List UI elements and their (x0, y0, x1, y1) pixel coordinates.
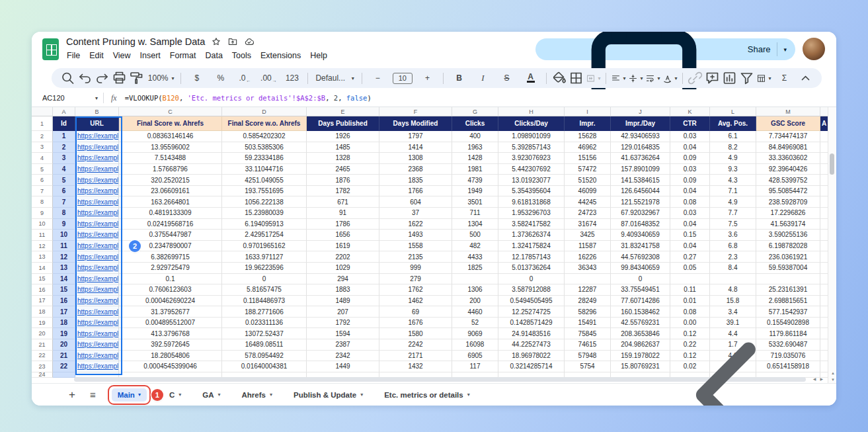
menu-view[interactable]: View (108, 50, 136, 62)
cell-value[interactable]: 1782 (307, 186, 379, 197)
cell-value[interactable]: 1493 (379, 230, 452, 241)
cell-url-link[interactable]: https://example. (75, 306, 119, 318)
formula-input[interactable]: =VLOOKUP(B120, 'Etc. metrics or details'… (125, 94, 372, 102)
cell-value[interactable]: 671 (307, 196, 379, 208)
cell-value[interactable] (670, 274, 710, 285)
cell-value[interactable]: 51520 (565, 175, 611, 186)
cell-value[interactable]: 13072.52437 (222, 328, 307, 339)
cell-value[interactable]: 28249 (565, 296, 611, 307)
row-header-16[interactable]: 16 (32, 284, 53, 296)
font-family-selector[interactable]: Defaul...▾ (312, 70, 357, 86)
cell-value[interactable]: 0.11 (670, 284, 710, 296)
cell-value[interactable]: 413.3796768 (119, 328, 222, 339)
row-header-22[interactable]: 22 (32, 351, 53, 362)
cell-value[interactable]: 44.22527473 (498, 339, 565, 351)
cell-value[interactable]: 7.1 (710, 186, 756, 197)
cell-value[interactable]: 129.0164835 (611, 142, 670, 153)
cell-value[interactable]: 500 (452, 230, 498, 241)
row-header-4[interactable]: 4 (32, 153, 53, 164)
cell-value[interactable]: 2202 (307, 251, 379, 263)
cell-value[interactable]: 0.05 (670, 263, 710, 274)
undo-button[interactable] (77, 70, 93, 86)
cell-url-link[interactable]: https://example. (75, 219, 119, 230)
search-icon[interactable] (59, 70, 76, 86)
column-header-b[interactable]: B (75, 107, 119, 116)
row-header-5[interactable]: 5 (32, 164, 53, 175)
row-header-14[interactable]: 14 (32, 263, 53, 274)
cell-id[interactable]: 22 (53, 361, 75, 372)
cell-id[interactable]: 1 (53, 131, 75, 142)
cell-value[interactable]: 0.04 (670, 219, 710, 230)
cell-value[interactable]: 4433 (452, 251, 498, 263)
sheet-tab-c[interactable]: C▾ (164, 388, 186, 402)
cell-value[interactable]: 1462 (379, 296, 452, 307)
cell-value[interactable]: 16226 (565, 251, 611, 263)
cell-id[interactable]: 18 (53, 318, 75, 329)
cell-id[interactable]: 5 (53, 175, 75, 186)
cell-value[interactable]: 3501 (452, 196, 498, 208)
cell-url-link[interactable]: https://example. (75, 131, 119, 142)
cell-value[interactable]: 711 (452, 208, 498, 219)
cell-value[interactable]: 31674 (565, 219, 611, 230)
header-cell-ctr[interactable]: CTR (670, 116, 710, 131)
cell-value[interactable]: 157.8901099 (611, 164, 670, 175)
cell-value[interactable]: 0.5494505495 (498, 296, 565, 307)
cell-value[interactable]: 320.2520215 (119, 175, 222, 186)
column-header-m[interactable]: M (756, 107, 820, 116)
cell-value[interactable] (452, 274, 498, 285)
cell-value[interactable]: 1328 (307, 153, 379, 164)
cell-value[interactable]: 41.5639174 (756, 219, 820, 230)
cell-value[interactable]: 482 (452, 241, 498, 252)
cell-value[interactable]: 2.929725479 (119, 263, 222, 274)
print-button[interactable] (111, 70, 128, 86)
cell-url-link[interactable]: https://example. (75, 274, 119, 285)
cell-value[interactable]: 9.409340659 (611, 230, 670, 241)
create-filter-button[interactable] (738, 70, 755, 86)
cell-value[interactable]: 1797 (379, 131, 452, 142)
cell-value[interactable]: 193.7551695 (222, 186, 307, 197)
cell-value[interactable]: 6905 (452, 351, 498, 362)
sheet-tab-main[interactable]: Main▾ (112, 388, 147, 402)
header-cell-gsc-score[interactable]: GSC Score (756, 116, 820, 131)
column-header-i[interactable]: I (565, 107, 611, 116)
sheet-tab-etc-metrics-or-details[interactable]: Etc. metrics or details▾ (379, 388, 475, 402)
cell-value[interactable]: 87.01648352 (611, 219, 670, 230)
cell-value[interactable]: 44245 (565, 196, 611, 208)
menu-format[interactable]: Format (165, 50, 201, 62)
menu-data[interactable]: Data (200, 50, 227, 62)
header-cell-impr-[interactable]: Impr. (565, 116, 611, 131)
cell-url-link[interactable]: https://example. (75, 153, 119, 164)
cell-value[interactable]: 200 (452, 296, 498, 307)
zoom-control[interactable]: 100%▾ (145, 70, 177, 86)
italic-button[interactable]: I (471, 70, 494, 86)
cell-value[interactable]: 4739 (452, 175, 498, 186)
menu-insert[interactable]: Insert (136, 50, 165, 62)
cell-value[interactable]: 4.3 (710, 175, 756, 186)
cell-value[interactable]: 25.23161391 (756, 284, 820, 296)
fill-color-button[interactable] (551, 70, 567, 86)
cell-value[interactable]: 3.582417582 (498, 219, 565, 230)
cell-value[interactable]: 67.92032967 (611, 208, 670, 219)
header-cell-final-score-w-o-ahrefs[interactable]: Final Score w.o. Ahrefs (222, 116, 307, 131)
cell-value[interactable]: 69 (379, 306, 452, 318)
cell-value[interactable]: 7.734474137 (756, 131, 820, 142)
cell-value[interactable]: 33.75549451 (611, 284, 670, 296)
cell-value[interactable] (565, 274, 611, 285)
text-rotation-button[interactable]: ▾ (662, 70, 678, 86)
menu-edit[interactable]: Edit (85, 50, 108, 62)
cell-value[interactable]: 0.08 (670, 196, 710, 208)
cell-value[interactable]: 1449 (307, 361, 379, 372)
cell-value[interactable]: 1580 (379, 328, 452, 339)
move-to-folder-icon[interactable] (227, 36, 238, 47)
cell-value[interactable]: 1428 (452, 153, 498, 164)
column-header-k[interactable]: K (670, 107, 710, 116)
cell-value[interactable]: 5.354395604 (498, 186, 565, 197)
text-wrap-button[interactable]: ▾ (645, 70, 661, 86)
cell-value[interactable]: 59.59387004 (756, 263, 820, 274)
cell-value[interactable]: 12.17857143 (498, 251, 565, 263)
cell-value[interactable]: 1619 (307, 241, 379, 252)
cell-value[interactable]: 0.3755447987 (119, 230, 222, 241)
menu-extensions[interactable]: Extensions (256, 50, 305, 62)
insert-link-button[interactable] (687, 70, 703, 86)
cell-value[interactable]: 1926 (307, 131, 379, 142)
